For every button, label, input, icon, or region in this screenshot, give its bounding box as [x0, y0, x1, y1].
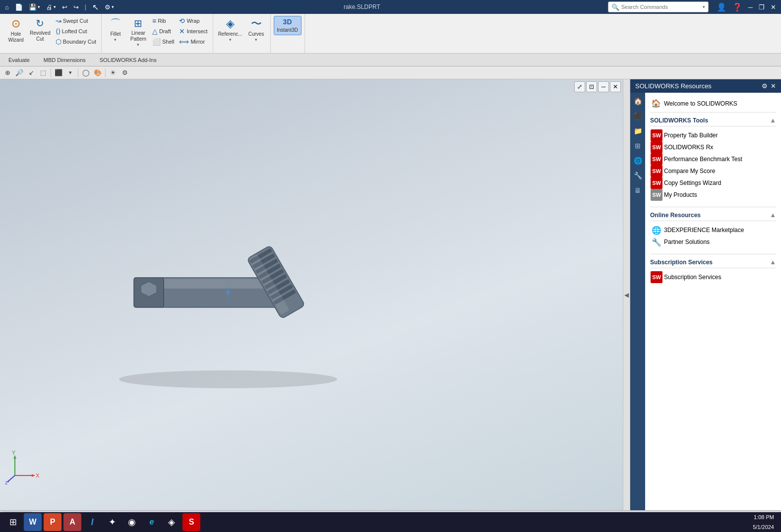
- ps-globe-icon[interactable]: 🌐: [631, 154, 644, 167]
- ps-screen-icon[interactable]: 🖥: [631, 184, 644, 197]
- partner-solutions-item[interactable]: 🔧 Partner Solutions: [650, 236, 776, 248]
- 3dexperience-item[interactable]: 🌐 3DEXPERIENCE Marketplace: [650, 224, 776, 236]
- ps-folder-icon[interactable]: 📁: [631, 124, 644, 137]
- hide-show-btn[interactable]: ◯: [80, 67, 91, 78]
- minimize-btn[interactable]: ─: [746, 2, 755, 12]
- cursor-btn[interactable]: ↖: [90, 1, 101, 13]
- coordinate-axes: X Y Z: [5, 451, 40, 485]
- cut-small-group: ↝ Swept Cut ⟨⟩ Lofted Cut ⬡ Boundary Cut: [54, 16, 98, 47]
- viewport[interactable]: ⤢ ⊡ ─ ✕: [0, 79, 623, 510]
- viewport-controls: ⤢ ⊡ ─ ✕: [574, 81, 621, 92]
- restore-btn[interactable]: ❐: [757, 2, 767, 12]
- reference-geometry-btn[interactable]: ◈ Referenc... ▾: [216, 16, 244, 44]
- view-setting-btn[interactable]: ⚙: [120, 67, 130, 78]
- redo-btn[interactable]: ↪: [71, 2, 81, 12]
- rib-btn[interactable]: ≡ Rib: [150, 16, 176, 26]
- section-view-btn[interactable]: ⬚: [38, 67, 49, 78]
- ps-parts-icon[interactable]: ⬛: [631, 110, 644, 122]
- ps-home-icon[interactable]: 🏠: [631, 95, 644, 108]
- scene-btn[interactable]: ☀: [108, 67, 119, 78]
- property-tab-icon: SW: [652, 131, 661, 140]
- taskbar-word[interactable]: W: [24, 513, 42, 531]
- search-input[interactable]: [621, 4, 701, 10]
- subscription-icon: SW: [652, 273, 661, 282]
- taskbar-chrome[interactable]: ◉: [123, 513, 141, 531]
- hole-wizard-btn[interactable]: ⊙ HoleWizard: [5, 16, 27, 45]
- tab-solidworks-addins[interactable]: SOLIDWORKS Add-Ins: [93, 55, 163, 64]
- revolved-cut-btn[interactable]: ↻ RevolvedCut: [28, 16, 53, 44]
- compare-score-item[interactable]: SW Compare My Score: [650, 165, 776, 177]
- help-btn[interactable]: ❓: [730, 1, 744, 13]
- vp-close-btn[interactable]: ✕: [610, 81, 621, 92]
- sw-logo-5: SW: [651, 177, 662, 189]
- subscription-collapse[interactable]: ▲: [770, 258, 776, 266]
- undo-btn[interactable]: ↩: [60, 2, 69, 12]
- zoom-to-fit-btn[interactable]: ⊕: [2, 67, 13, 78]
- copy-settings-item[interactable]: SW Copy Settings Wizard: [650, 177, 776, 189]
- close-btn[interactable]: ✕: [769, 2, 778, 12]
- curves-btn[interactable]: 〜 Curves ▾: [245, 16, 267, 44]
- view-orient-btn[interactable]: ⬛: [53, 67, 64, 78]
- new-btn[interactable]: 📄: [13, 2, 25, 12]
- linear-pattern-btn[interactable]: ⊞ LinearPattern ▾: [127, 16, 149, 49]
- ps-tools-icon[interactable]: 🔧: [631, 169, 644, 182]
- intersect-icon: ✕: [179, 27, 185, 35]
- ref-arrow: ▾: [229, 37, 232, 43]
- welcome-item[interactable]: 🏠 Welcome to SOLIDWORKS: [650, 97, 776, 110]
- online-resources-collapse[interactable]: ▲: [770, 211, 776, 219]
- toolbar-sep1: [51, 68, 51, 77]
- instant3d-btn[interactable]: 3D Instant3D: [274, 16, 301, 35]
- tab-evaluate[interactable]: Evaluate: [2, 55, 36, 64]
- taskbar-app5[interactable]: ✦: [103, 513, 121, 531]
- 3d-model: [99, 208, 357, 397]
- taskbar-ppt[interactable]: P: [44, 513, 61, 531]
- benchmark-label: Performance Benchmark Test: [664, 156, 742, 163]
- benchmark-item[interactable]: SW Performance Benchmark Test: [650, 153, 776, 165]
- online-resources-header[interactable]: Online Resources ▲: [650, 209, 776, 221]
- subscription-header[interactable]: Subscription Services ▲: [650, 256, 776, 268]
- fillet-label: Fillet: [110, 31, 120, 37]
- panel-close-btn[interactable]: ✕: [771, 82, 776, 90]
- mirror-btn[interactable]: ⟺ Mirror: [177, 37, 209, 47]
- lofted-cut-btn[interactable]: ⟨⟩ Lofted Cut: [54, 26, 98, 36]
- panel-settings-btn[interactable]: ⚙: [762, 82, 768, 90]
- taskbar-access[interactable]: A: [63, 513, 81, 531]
- sw-tools-collapse[interactable]: ▲: [770, 117, 776, 124]
- panel-collapse-handle[interactable]: ◀: [623, 79, 630, 510]
- options-btn[interactable]: ⚙ ▾: [103, 2, 116, 12]
- sw-rx-item[interactable]: SW SOLIDWORKS Rx: [650, 141, 776, 153]
- vp-minimize-btn[interactable]: ─: [598, 81, 609, 92]
- divider1: [650, 112, 776, 113]
- swept-cut-btn[interactable]: ↝ Swept Cut: [54, 16, 98, 26]
- taskbar-edge[interactable]: e: [143, 513, 161, 531]
- vp-normal-view-btn[interactable]: ⊡: [586, 81, 597, 92]
- taskbar-solidworks[interactable]: S: [182, 513, 200, 531]
- zoom-area-btn[interactable]: 🔎: [14, 67, 25, 78]
- ps-grid-icon[interactable]: ⊞: [631, 139, 644, 152]
- my-products-item[interactable]: SW My Products: [650, 189, 776, 201]
- boundary-cut-btn[interactable]: ⬡ Boundary Cut: [54, 37, 98, 47]
- shell-btn[interactable]: ⬜ Shell: [150, 37, 176, 47]
- display-style-btn[interactable]: ▾: [65, 67, 76, 78]
- taskbar-app8[interactable]: ◈: [163, 513, 180, 531]
- wrap-btn[interactable]: ⟲ Wrap: [177, 16, 209, 26]
- subscription-item[interactable]: SW Subscription Services: [650, 271, 776, 283]
- appearance-btn[interactable]: 🎨: [92, 67, 103, 78]
- tab-mbd-dimensions[interactable]: MBD Dimensions: [37, 55, 92, 64]
- ribbon: ⊙ HoleWizard ↻ RevolvedCut ↝ Swept Cut ⟨…: [0, 14, 781, 54]
- taskbar-ie[interactable]: I: [83, 513, 101, 531]
- property-tab-item[interactable]: SW Property Tab Builder: [650, 129, 776, 141]
- svg-marker-22: [13, 456, 16, 459]
- previous-view-btn[interactable]: ↙: [26, 67, 37, 78]
- fillet-btn[interactable]: ⌒ Fillet ▾: [105, 16, 126, 44]
- start-btn[interactable]: ⊞: [4, 513, 22, 531]
- home-btn[interactable]: ⌂: [3, 2, 11, 12]
- draft-btn[interactable]: △ Draft: [150, 26, 176, 36]
- intersect-btn[interactable]: ✕ Intersect: [177, 26, 209, 36]
- user-icon[interactable]: 👤: [715, 1, 728, 13]
- print-btn[interactable]: 🖨 ▾: [44, 2, 58, 12]
- vp-expand-btn[interactable]: ⤢: [574, 81, 585, 92]
- save-btn[interactable]: 💾 ▾: [27, 2, 42, 12]
- swept-cut-icon: ↝: [56, 17, 61, 25]
- sw-tools-header[interactable]: SOLIDWORKS Tools ▲: [650, 115, 776, 126]
